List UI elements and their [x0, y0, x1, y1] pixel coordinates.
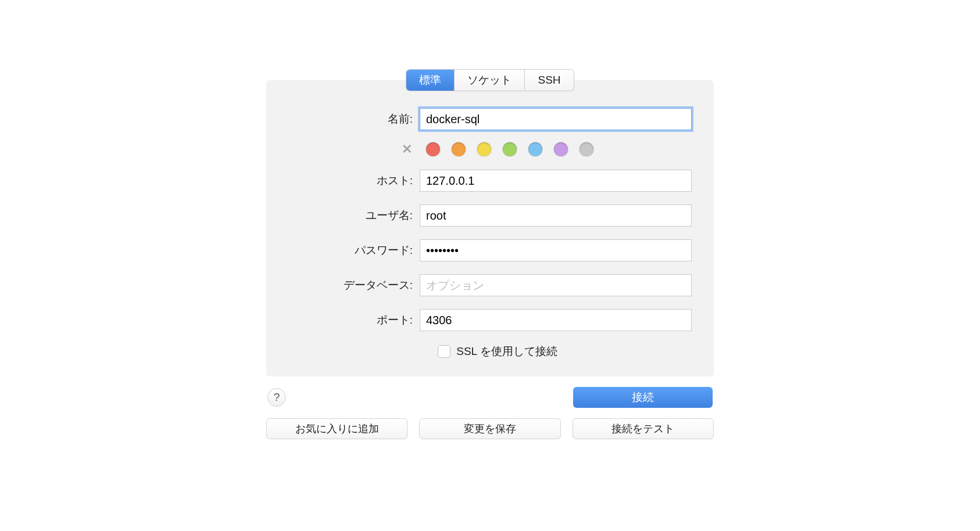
name-input[interactable]: [420, 108, 692, 130]
tab-ssh[interactable]: SSH: [525, 70, 573, 91]
name-label: 名前:: [288, 112, 420, 127]
username-row: ユーザ名:: [288, 204, 692, 227]
username-label: ユーザ名:: [288, 208, 420, 223]
connection-dialog: 標準 ソケット SSH 名前: ✕ ホスト: ユーザ名:: [266, 70, 714, 439]
color-orange[interactable]: [452, 142, 466, 156]
footer-secondary: お気に入りに追加 変更を保存 接続をテスト: [266, 418, 714, 439]
tab-standard[interactable]: 標準: [406, 70, 455, 91]
ssl-row: SSL を使用して接続: [288, 344, 692, 359]
color-red[interactable]: [426, 142, 440, 156]
host-label: ホスト:: [288, 173, 420, 188]
password-input[interactable]: [420, 239, 692, 261]
color-purple[interactable]: [554, 142, 568, 156]
database-input[interactable]: [420, 274, 692, 296]
password-label: パスワード:: [288, 243, 420, 258]
tab-bar: 標準 ソケット SSH: [266, 70, 714, 91]
database-row: データベース:: [288, 274, 692, 296]
port-row: ポート:: [288, 309, 692, 331]
port-input[interactable]: [420, 309, 692, 331]
ssl-checkbox[interactable]: [438, 345, 450, 358]
test-connection-button[interactable]: 接続をテスト: [573, 418, 714, 439]
host-row: ホスト:: [288, 170, 692, 192]
color-gray[interactable]: [580, 142, 593, 156]
username-input[interactable]: [420, 204, 692, 227]
segmented-control: 標準 ソケット SSH: [406, 70, 573, 91]
password-row: パスワード:: [288, 239, 692, 261]
database-label: データベース:: [288, 278, 420, 293]
color-picker-row: ✕: [288, 142, 692, 157]
color-green[interactable]: [503, 142, 517, 156]
color-blue[interactable]: [528, 142, 542, 156]
host-input[interactable]: [420, 170, 692, 192]
footer-primary: ? 接続: [266, 387, 714, 408]
connect-button[interactable]: 接続: [573, 387, 713, 408]
tab-socket[interactable]: ソケット: [455, 70, 525, 91]
ssl-label: SSL を使用して接続: [456, 344, 557, 359]
form-panel: 名前: ✕ ホスト: ユーザ名: パスワード: データベース:: [266, 80, 714, 376]
color-yellow[interactable]: [477, 142, 491, 156]
add-favorite-button[interactable]: お気に入りに追加: [266, 418, 407, 439]
port-label: ポート:: [288, 313, 420, 328]
help-button[interactable]: ?: [267, 388, 286, 407]
clear-color-icon[interactable]: ✕: [402, 142, 412, 157]
save-changes-button[interactable]: 変更を保存: [419, 418, 560, 439]
name-row: 名前:: [288, 108, 692, 130]
